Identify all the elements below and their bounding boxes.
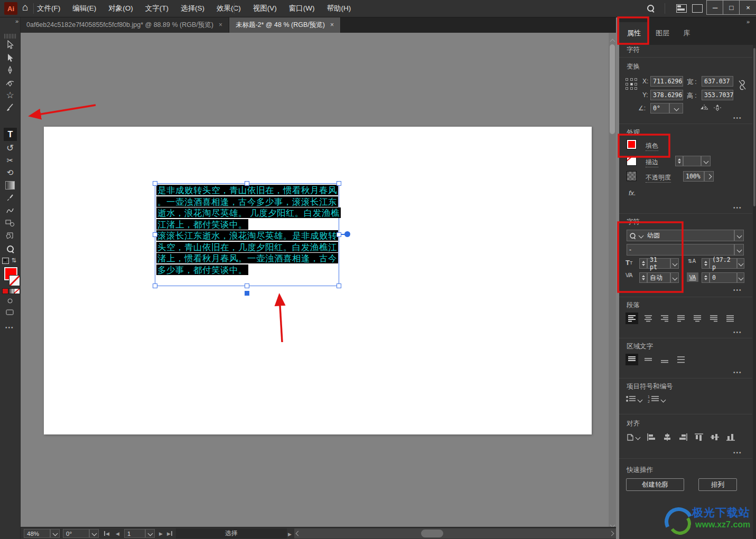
text-line[interactable]: 逝水，浪花淘尽英雄。 几度夕阳红。白发渔樵 [156,207,341,218]
window-maximize-button[interactable]: □ [723,0,740,15]
align-right-icon[interactable] [658,313,671,324]
rotation-field[interactable]: 0° [650,103,669,114]
align-center-icon[interactable] [642,313,655,324]
text-out-port[interactable] [344,231,350,237]
stroke-weight-stepper[interactable] [675,156,683,166]
handle-mid-left[interactable] [153,232,157,237]
opacity-flyout[interactable] [704,171,714,182]
fx-button[interactable]: fx. [629,189,636,197]
selection-tool[interactable] [0,38,20,51]
window-minimize-button[interactable]: ─ [706,0,724,15]
character-more-icon[interactable]: ••• [733,287,742,293]
previous-artboard-icon[interactable]: ◀ [116,529,119,537]
handle-mid-right[interactable] [337,232,341,237]
eyedropper-tool[interactable] [0,192,20,204]
close-icon[interactable]: × [219,21,222,29]
toolbar-collapse-icon[interactable]: » [15,18,18,24]
last-artboard-icon[interactable]: ▶ [167,529,172,537]
font-style-dropdown[interactable] [734,244,744,256]
align-vertical-top-icon[interactable] [694,433,704,441]
arrange-button[interactable]: 排列 [698,478,737,491]
leading-field[interactable]: (37.2 p [710,258,737,269]
handle-bottom-right[interactable] [337,283,341,288]
align-left-icon[interactable] [626,313,638,324]
handle-bottom-left[interactable] [153,283,157,288]
shaper-tool[interactable]: ⟲ [0,166,20,179]
scrollbar-thumb[interactable] [421,529,443,537]
pen-tool[interactable] [0,64,20,77]
blend-tool[interactable] [0,217,20,230]
appearance-more-icon[interactable]: ••• [733,205,742,211]
kerning-stepper[interactable] [639,272,647,283]
tracking-field[interactable]: 0 [710,272,737,283]
justify-left-icon[interactable] [675,313,687,324]
font-style-field[interactable]: - [627,244,734,256]
opacity-field[interactable]: 100% [683,171,704,182]
reference-point-grid[interactable] [626,78,638,91]
justify-all-icon[interactable] [724,313,736,324]
menu-object[interactable]: 对象(O) [108,4,133,13]
opacity-label[interactable]: 不透明度 [646,173,671,183]
text-line[interactable]: 渚上，惯看秋月春风。一壶浊酒喜相逢，古今 [156,253,338,263]
first-artboard-icon[interactable]: ◀ [104,529,109,537]
font-family-dropdown[interactable] [734,230,744,241]
scroll-right-icon[interactable] [609,531,614,536]
paragraph-more-icon[interactable]: ••• [733,329,742,335]
menu-window[interactable]: 窗口(W) [289,4,315,13]
text-adjust-handle[interactable] [245,291,249,296]
menu-type[interactable]: 文字(T) [145,4,169,13]
create-outlines-button[interactable]: 创建轮廓 [626,478,684,491]
font-size-stepper[interactable] [639,258,647,269]
none-button[interactable] [14,288,20,294]
align-vertical-center-icon[interactable] [710,433,720,441]
align-horizontal-center-icon[interactable] [662,433,672,441]
scrollbar-thumb[interactable] [753,48,755,206]
default-fill-stroke-icon[interactable] [2,258,9,264]
status-flyout-icon[interactable]: ▶ [288,530,292,538]
menu-edit[interactable]: 编辑(E) [72,4,96,13]
rotation-field[interactable]: 0° [63,529,89,538]
rotation-dropdown[interactable] [669,103,683,114]
direct-selection-tool[interactable] [0,51,20,64]
drawing-modes-icon[interactable] [0,295,20,307]
align-to-selection-icon[interactable] [626,433,640,441]
font-family-field[interactable]: 幼圆 [627,230,734,241]
text-line[interactable]: 是非成败转头空，青山依旧在，惯看秋月春风 [156,185,338,195]
stroke-swatch[interactable] [627,156,637,166]
bulleted-list-dropdown[interactable] [638,398,642,402]
next-artboard-icon[interactable]: ▶ [159,529,163,537]
canvas-vertical-scrollbar[interactable] [609,33,616,527]
zoom-level-field[interactable]: 48% [24,529,50,538]
handle-bottom-center[interactable] [245,283,249,288]
text-line[interactable]: 江渚上，都付笑谈中。 [156,219,248,230]
tab-libraries[interactable]: 库 [676,22,697,51]
font-size-dropdown[interactable] [670,258,679,269]
scroll-left-icon[interactable] [296,531,301,536]
stroke-color-swatch[interactable] [9,275,20,286]
leading-dropdown[interactable] [737,258,744,269]
text-line[interactable]: 滚滚长江东逝水，浪花淘尽英雄。是非成败转 [156,230,338,241]
workspace-switcher-icon[interactable] [676,4,687,13]
stroke-weight-dropdown[interactable] [701,156,711,166]
document-tab[interactable]: 0af6eb24c5182e7f405855fc5fcf80b.jpg* @ 8… [20,17,229,33]
align-vertical-bottom-icon[interactable] [726,433,735,441]
fill-label[interactable]: 填色 [646,141,658,151]
opacity-swatch[interactable] [627,171,637,181]
menu-effect[interactable]: 效果(C) [217,4,241,13]
zoom-level-dropdown[interactable] [50,529,60,538]
width-field[interactable]: 637.037 [702,76,733,87]
canvas-horizontal-scrollbar[interactable] [294,528,616,538]
area-type-justify-icon[interactable] [675,354,687,365]
stroke-label[interactable]: 描边 [646,158,658,167]
menu-file[interactable]: 文件(F) [37,4,60,13]
leading-stepper[interactable] [702,258,710,269]
menu-select[interactable]: 选择(S) [181,4,204,13]
width-tool[interactable] [0,204,20,217]
justify-center-icon[interactable] [691,313,704,324]
star-shape-tool[interactable]: ☆ [0,89,20,101]
bulleted-list-icon[interactable] [626,395,636,403]
edit-toolbar-icon[interactable]: ••• [5,322,14,332]
text-line[interactable]: 头空，青山依旧在，几度夕阳红。白发渔樵江 [156,242,338,252]
height-field[interactable]: 353.7037 [702,90,733,100]
close-icon[interactable]: × [330,21,334,29]
